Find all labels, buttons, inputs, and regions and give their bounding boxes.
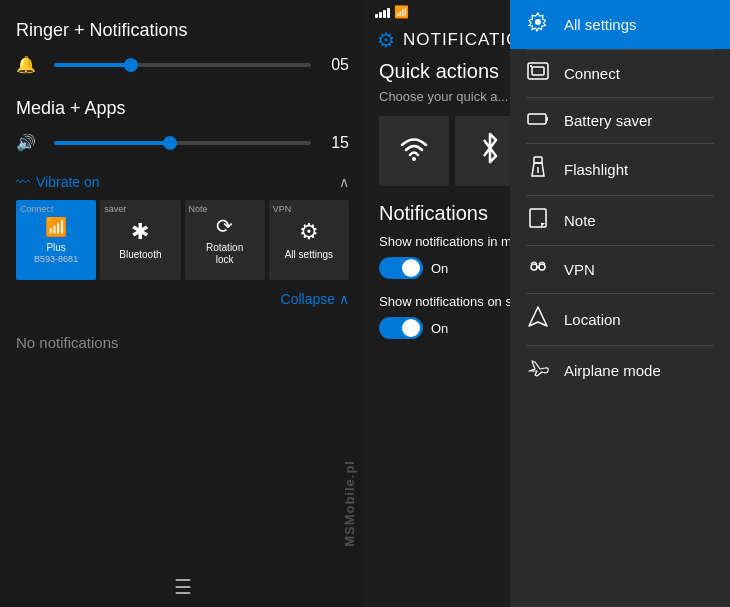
media-slider-row: 🔊 15 [16,133,349,152]
tile-connect-sub-label: B593-8681 [34,254,78,264]
left-panel: Ringer + Notifications 🔔 05 Media + Apps… [0,0,365,607]
dropdown-item-location[interactable]: Location [510,294,730,345]
svg-rect-7 [534,157,542,163]
bluetooth-tile-icon: ✱ [131,219,149,245]
quick-tiles-row: Connect 📶 Plus B593-8681 saver ✱ Bluetoo… [16,200,349,280]
vibrate-icon: 〰 [16,174,30,190]
airplane-mode-dd-label: Airplane mode [564,362,661,379]
vibrate-row: 〰 Vibrate on ∧ [16,174,349,190]
dropdown-item-note[interactable]: Note [510,196,730,245]
svg-rect-4 [530,65,532,67]
tile-rotation-label: Rotationlock [206,242,243,266]
no-notifications: No notifications [16,334,349,351]
connect-dd-label: Connect [564,65,620,82]
dropdown-item-battery-saver[interactable]: Battery saver [510,98,730,143]
screen-toggle-thumb [402,319,420,337]
bell-icon: 🔔 [16,55,44,74]
wifi-action-icon [398,132,430,171]
tile-allsettings[interactable]: VPN ⚙ All settings [269,200,349,280]
svg-point-1 [535,19,541,25]
dropdown-item-vpn[interactable]: VPN [510,246,730,293]
left-bottom-bar: ☰ [0,567,365,607]
dropdown-item-all-settings[interactable]: All settings [510,0,730,49]
ringer-value: 05 [321,56,349,74]
svg-marker-13 [529,307,547,326]
signal-icon [375,6,390,18]
collapse-button[interactable]: Collapse ∧ [281,291,349,307]
bluetooth-action-icon [478,132,502,171]
wifi-tile-icon: 📶 [45,216,67,238]
ringer-title: Ringer + Notifications [16,20,349,41]
svg-point-11 [539,264,545,270]
svg-point-0 [412,157,416,161]
status-left: 📶 [375,5,409,19]
battery-dd-icon [526,110,550,131]
tile-connect-main-label: Plus [46,242,65,254]
location-dd-icon [526,306,550,333]
right-panel: 📶 ▭ 3:30 ⚙ NOTIFICATIO... Quick actions … [365,0,730,607]
battery-saver-dd-label: Battery saver [564,112,652,129]
chevron-up-icon: ∧ [339,174,349,190]
wifi-status-icon: 📶 [394,5,409,19]
svg-point-10 [531,264,537,270]
menu-icon[interactable]: ☰ [174,575,192,599]
lock-toggle-thumb [402,259,420,277]
dropdown-item-connect[interactable]: Connect [510,50,730,97]
media-title: Media + Apps [16,98,349,119]
dropdown-item-flashlight[interactable]: Flashlight [510,144,730,195]
airplane-dd-icon [526,358,550,383]
flashlight-dd-icon [526,156,550,183]
collapse-chevron-icon: ∧ [339,291,349,307]
tile-allsettings-label: All settings [285,249,333,261]
connect-dd-icon [526,62,550,85]
tile-rotation-top-label: Note [189,204,208,214]
tile-bluetooth-top-label: saver [104,204,126,214]
settings-tile-icon: ⚙ [299,219,319,245]
flashlight-dd-label: Flashlight [564,161,628,178]
screen-toggle-label: On [431,321,448,336]
tile-connect[interactable]: Connect 📶 Plus B593-8681 [16,200,96,280]
dropdown-item-airplane-mode[interactable]: Airplane mode [510,346,730,395]
svg-rect-3 [532,67,544,75]
svg-rect-5 [528,114,546,124]
vpn-dd-label: VPN [564,261,595,278]
collapse-row: Collapse ∧ [16,290,349,308]
note-dd-label: Note [564,212,596,229]
all-settings-dd-icon [526,12,550,37]
tile-bluetooth-label: Bluetooth [119,249,161,261]
volume-icon: 🔊 [16,133,44,152]
action-tile-wifi[interactable] [379,116,449,186]
screen-toggle[interactable] [379,317,423,339]
vpn-dd-icon [526,258,550,281]
ringer-slider-row: 🔔 05 [16,55,349,74]
media-slider[interactable] [54,141,311,145]
tile-bluetooth[interactable]: saver ✱ Bluetooth [100,200,180,280]
settings-header-icon[interactable]: ⚙ [377,28,395,52]
tile-allsettings-top-label: VPN [273,204,292,214]
dropdown-menu: All settings Connect Battery [510,0,730,607]
media-value: 15 [321,134,349,152]
ringer-slider[interactable] [54,63,311,67]
lock-toggle-label: On [431,261,448,276]
vibrate-label[interactable]: 〰 Vibrate on [16,174,100,190]
note-dd-icon [526,208,550,233]
svg-rect-6 [546,117,548,121]
tile-connect-top-label: Connect [20,204,54,214]
lock-toggle[interactable] [379,257,423,279]
rotation-tile-icon: ⟳ [216,214,233,238]
location-dd-label: Location [564,311,621,328]
all-settings-dd-label: All settings [564,16,637,33]
left-watermark: MSMobile.pl [342,460,357,547]
tile-rotation[interactable]: Note ⟳ Rotationlock [185,200,265,280]
